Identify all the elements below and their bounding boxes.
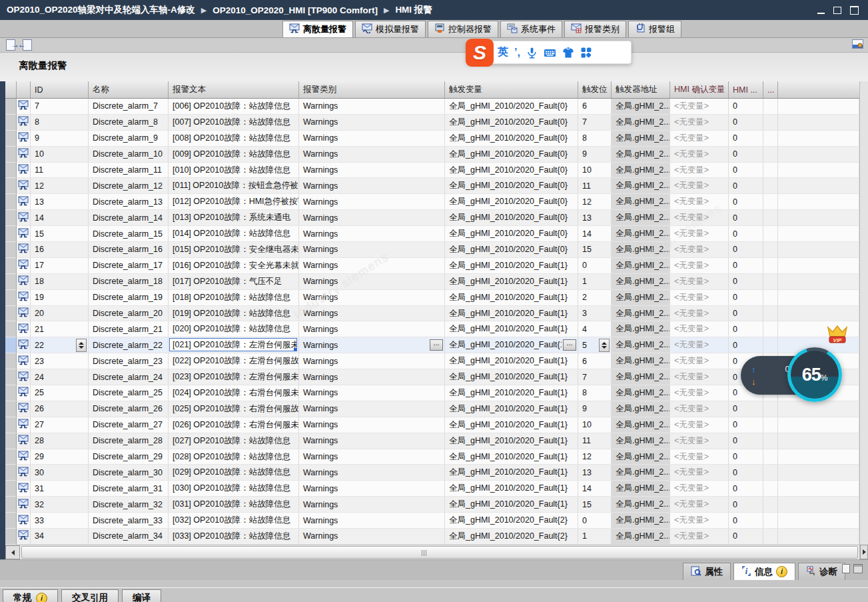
tab-controller-alarm[interactable]: 控制器报警 [428, 21, 498, 37]
row-selector[interactable] [5, 481, 17, 497]
cell-trigger-tag[interactable]: 全局_gHMI_2010/2020_Fault{1} [445, 481, 578, 497]
cell-id[interactable]: 13 [31, 194, 89, 210]
cell-extra[interactable] [763, 210, 778, 226]
cell-trigger-address[interactable]: 全局.gHMI_2... [612, 178, 670, 194]
row-selector[interactable] [5, 290, 17, 306]
minimize-icon[interactable] [817, 13, 825, 14]
browse-button[interactable]: ... [563, 339, 576, 351]
row-selector[interactable] [5, 353, 17, 369]
row-selector[interactable] [5, 226, 17, 242]
cell-trigger-bit[interactable]: 12 [578, 194, 612, 210]
cell-name[interactable]: Discrete_alarm_12 [89, 178, 169, 194]
row-selector[interactable] [5, 385, 17, 401]
row-selector[interactable] [5, 306, 17, 322]
cell-id[interactable]: 15 [31, 226, 89, 242]
column-header-10[interactable]: HMI ... [729, 81, 763, 98]
inspector-tab-properties[interactable]: 属性 [683, 563, 731, 580]
cell-name[interactable]: Discrete_alarm_21 [89, 321, 169, 337]
cell-extra[interactable] [763, 131, 778, 147]
cell-trigger-address[interactable]: 全局.gHMI_2... [612, 401, 670, 417]
editor-layout-icon[interactable] [852, 39, 863, 51]
cell-trigger-tag[interactable]: 全局_gHMI_2010/2020_Fault{2} [445, 513, 578, 529]
row-selector[interactable] [5, 258, 17, 274]
column-header-blank[interactable] [17, 81, 31, 98]
restore-icon[interactable] [833, 7, 841, 14]
cell-trigger-address[interactable]: 全局.gHMI_2... [612, 290, 670, 306]
cell-extra[interactable] [763, 115, 778, 131]
cell-id[interactable]: 18 [31, 274, 89, 290]
table-row[interactable]: 9Discrete_alarm_9[008] OP2010故障：站故障信息War… [5, 131, 859, 147]
cell-trigger-address[interactable]: 全局.gHMI_2... [612, 337, 670, 353]
cell-hmi-value[interactable]: 0 [729, 401, 763, 417]
cell-hmi-value[interactable]: 0 [729, 290, 763, 306]
cell-hmi-ack-tag[interactable]: <无变量> [670, 449, 729, 465]
collapse-panel-icon[interactable] [853, 564, 863, 573]
cell-trigger-bit[interactable]: 12 [578, 449, 612, 465]
cell-trigger-bit[interactable]: 0 [578, 513, 612, 529]
cell-alarm-text[interactable]: [031] OP2010故障：站故障信息 [169, 497, 299, 513]
cell-name[interactable]: Discrete_alarm_30 [89, 465, 169, 481]
cell-id[interactable]: 21 [31, 321, 89, 337]
cell-alarm-text[interactable]: [023] OP2010故障：左滑台伺服未准备好 [169, 369, 299, 385]
cell-name[interactable]: Discrete_alarm_17 [89, 258, 169, 274]
tab-alarm-class[interactable]: 报警类别 [564, 21, 626, 37]
cell-alarm-text[interactable]: [014] OP2010故障：站故障信息 [169, 226, 299, 242]
cell-trigger-bit[interactable]: 2 [578, 290, 612, 306]
cell-trigger-address[interactable]: 全局.gHMI_2... [612, 497, 670, 513]
cell-trigger-bit[interactable]: 6 [578, 99, 612, 115]
cell-id[interactable]: 23 [31, 353, 89, 369]
cell-hmi-ack-tag[interactable]: <无变量> [670, 306, 729, 322]
cell-hmi-ack-tag[interactable]: <无变量> [670, 465, 729, 481]
cell-extra[interactable] [763, 194, 778, 210]
cell-id[interactable]: 7 [31, 99, 89, 115]
cell-name[interactable]: Discrete_alarm_16 [89, 242, 169, 258]
sogou-logo-icon[interactable]: S [466, 39, 494, 67]
cell-alarm-class[interactable]: Warnings [299, 481, 445, 497]
cell-hmi-ack-tag[interactable]: <无变量> [670, 417, 729, 433]
cell-trigger-bit[interactable]: 13 [578, 210, 612, 226]
status-button-编译[interactable]: 编译 [122, 589, 161, 602]
cell-trigger-address[interactable]: 全局.gHMI_2... [612, 258, 670, 274]
table-row[interactable]: 28Discrete_alarm_28[027] OP2010故障：站故障信息W… [5, 433, 859, 449]
row-selector[interactable] [5, 465, 17, 481]
cell-extra[interactable] [763, 337, 778, 353]
cell-alarm-class[interactable]: Warnings [299, 465, 445, 481]
stepper-control[interactable] [76, 339, 87, 352]
table-row[interactable]: 22Discrete_alarm_22[021] OP2010故障：左滑台伺服未… [5, 337, 859, 353]
cell-hmi-ack-tag[interactable]: <无变量> [670, 194, 729, 210]
table-row[interactable]: 15Discrete_alarm_15[014] OP2010故障：站故障信息W… [5, 226, 859, 242]
cell-trigger-address[interactable]: 全局.gHMI_2... [612, 513, 670, 529]
cell-id[interactable]: 9 [31, 131, 89, 147]
cell-alarm-text[interactable]: [011] OP2010故障：按钮盒急停被按下 [169, 178, 299, 194]
cell-alarm-class[interactable]: Warnings [299, 385, 445, 401]
memory-usage-ball[interactable]: 65 % [787, 347, 842, 402]
status-button-常规[interactable]: 常规i [3, 589, 58, 602]
cell-id[interactable]: 26 [31, 401, 89, 417]
tab-alarm-group[interactable]: 报警组 [628, 21, 681, 37]
cell-trigger-tag[interactable]: 全局_gHMI_2010/2020_Fault{0} [445, 242, 578, 258]
cell-hmi-ack-tag[interactable]: <无变量> [670, 529, 729, 545]
cell-id[interactable]: 16 [31, 242, 89, 258]
row-selector[interactable] [5, 337, 17, 353]
cell-trigger-address[interactable]: 全局.gHMI_2... [612, 115, 670, 131]
cell-trigger-address[interactable]: 全局.gHMI_2... [612, 481, 670, 497]
cell-trigger-bit[interactable]: 0 [578, 258, 612, 274]
cell-id[interactable]: 22 [31, 337, 89, 353]
cell-alarm-text[interactable]: [008] OP2010故障：站故障信息 [169, 131, 299, 147]
cell-id[interactable]: 32 [31, 497, 89, 513]
import-row-icon[interactable]: ← [20, 39, 35, 51]
export-row-icon[interactable]: → [3, 39, 18, 51]
table-row[interactable]: 33Discrete_alarm_33[032] OP2010故障：站故障信息W… [5, 513, 859, 529]
cell-id[interactable]: 30 [31, 465, 89, 481]
cell-trigger-address[interactable]: 全局.gHMI_2... [612, 163, 670, 179]
cell-alarm-text[interactable]: [010] OP2010故障：站故障信息 [169, 163, 299, 179]
cell-hmi-value[interactable]: 0 [729, 529, 763, 545]
cell-trigger-bit[interactable]: 7 [578, 115, 612, 131]
status-button-交叉引用[interactable]: 交叉引用 [61, 589, 119, 602]
scroll-right-icon[interactable] [860, 545, 868, 559]
table-row[interactable]: 24Discrete_alarm_24[023] OP2010故障：左滑台伺服未… [5, 369, 859, 385]
column-header-4[interactable]: 报警文本 [169, 81, 299, 98]
cell-hmi-value[interactable]: 0 [729, 178, 763, 194]
table-row[interactable]: 11Discrete_alarm_11[010] OP2010故障：站故障信息W… [5, 163, 859, 179]
cell-trigger-tag[interactable]: 全局_gHMI_2010/2020_Fault{0} [445, 99, 578, 115]
